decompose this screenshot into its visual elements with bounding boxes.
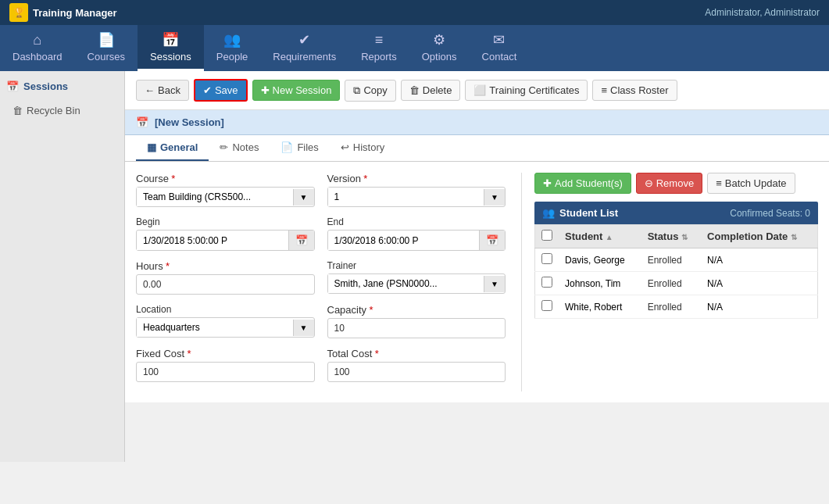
location-input[interactable] bbox=[137, 318, 293, 337]
version-group: Version * ▼ bbox=[327, 173, 506, 207]
new-plus-icon: ✚ bbox=[261, 84, 270, 96]
end-date[interactable]: 📅 bbox=[327, 230, 506, 251]
nav-contact[interactable]: ✉ Contact bbox=[470, 25, 530, 71]
total-cost-input[interactable] bbox=[327, 362, 506, 382]
nav-dashboard[interactable]: ⌂ Dashboard bbox=[0, 25, 75, 71]
course-group: Course * ▼ bbox=[136, 173, 315, 207]
table-row[interactable]: Johnson, Tim Enrolled N/A bbox=[535, 272, 818, 295]
table-row[interactable]: Davis, George Enrolled N/A bbox=[535, 248, 818, 272]
trainer-input[interactable] bbox=[328, 274, 484, 293]
back-arrow-icon: ← bbox=[145, 84, 155, 96]
add-student-icon: ✚ bbox=[543, 177, 552, 189]
nav-options-label: Options bbox=[422, 51, 457, 63]
status-cell: Enrolled bbox=[641, 295, 701, 319]
nav-contact-label: Contact bbox=[482, 51, 517, 63]
course-select[interactable]: ▼ bbox=[136, 187, 315, 207]
trainer-select[interactable]: ▼ bbox=[327, 273, 506, 294]
course-version-row: Course * ▼ Version * ▼ bbox=[136, 173, 506, 207]
nav-dashboard-label: Dashboard bbox=[13, 51, 63, 63]
student-table: Student ▲ Status ⇅ Completion Date ⇅ bbox=[534, 224, 818, 319]
tab-notes[interactable]: ✏ Notes bbox=[209, 135, 270, 161]
main-panel: ← Back ✔ Save ✚ New Session ⧉ Copy 🗑 Del… bbox=[125, 71, 829, 462]
version-input[interactable] bbox=[328, 188, 484, 206]
section-title: [New Session] bbox=[155, 116, 224, 128]
row-checkbox-2[interactable] bbox=[541, 300, 552, 311]
nav-sessions[interactable]: 📅 Sessions bbox=[138, 25, 204, 71]
begin-input[interactable] bbox=[137, 231, 288, 250]
user-info: Administrator, Administrator bbox=[705, 7, 820, 18]
table-row[interactable]: White, Robert Enrolled N/A bbox=[535, 295, 818, 319]
sessions-icon: 📅 bbox=[162, 31, 179, 48]
begin-date[interactable]: 📅 bbox=[136, 230, 315, 251]
tab-general[interactable]: ▦ General bbox=[136, 135, 209, 161]
app-title: Training Manager bbox=[33, 7, 117, 19]
nav-reports[interactable]: ≡ Reports bbox=[348, 25, 409, 71]
save-button[interactable]: ✔ Save bbox=[194, 79, 248, 102]
nav-people[interactable]: 👥 People bbox=[204, 25, 260, 71]
courses-icon: 📄 bbox=[98, 31, 115, 48]
row-checkbox-cell bbox=[535, 295, 559, 319]
nav-options[interactable]: ⚙ Options bbox=[409, 25, 470, 71]
add-student-button[interactable]: ✚ Add Student(s) bbox=[534, 173, 631, 194]
top-bar: 🏆 Training Manager Administrator, Admini… bbox=[0, 0, 829, 25]
status-col-header[interactable]: Status ⇅ bbox=[641, 225, 701, 248]
remove-button[interactable]: ⊖ Remove bbox=[636, 173, 702, 194]
copy-button[interactable]: ⧉ Copy bbox=[345, 80, 395, 102]
nav-reports-label: Reports bbox=[361, 51, 397, 63]
tab-history[interactable]: ↩ History bbox=[330, 135, 395, 161]
remove-icon: ⊖ bbox=[645, 177, 653, 189]
requirements-icon: ✔ bbox=[298, 31, 310, 48]
nav-requirements[interactable]: ✔ Requirements bbox=[260, 25, 348, 71]
select-all-checkbox[interactable] bbox=[541, 230, 552, 241]
total-cost-group: Total Cost * bbox=[327, 348, 506, 382]
end-input[interactable] bbox=[328, 231, 480, 250]
student-sort-icon: ▲ bbox=[606, 233, 613, 241]
trainer-dropdown-arrow[interactable]: ▼ bbox=[484, 276, 505, 292]
end-label: End bbox=[327, 216, 506, 227]
delete-button[interactable]: 🗑 Delete bbox=[401, 80, 461, 101]
training-certs-button[interactable]: ⬜ Training Certificates bbox=[465, 80, 588, 101]
cert-icon: ⬜ bbox=[473, 84, 486, 96]
version-dropdown-arrow[interactable]: ▼ bbox=[484, 189, 505, 206]
batch-update-button[interactable]: ≡ Batch Update bbox=[707, 173, 795, 194]
location-group: Location ▼ bbox=[136, 304, 315, 338]
back-button[interactable]: ← Back bbox=[136, 80, 189, 101]
student-actions: ✚ Add Student(s) ⊖ Remove ≡ Batch Update bbox=[534, 173, 818, 194]
history-tab-icon: ↩ bbox=[341, 141, 349, 153]
toolbar: ← Back ✔ Save ✚ New Session ⧉ Copy 🗑 Del… bbox=[125, 71, 829, 110]
course-dropdown-arrow[interactable]: ▼ bbox=[293, 189, 314, 206]
row-checkbox-cell bbox=[535, 248, 559, 272]
hours-input[interactable] bbox=[136, 274, 315, 295]
new-session-button[interactable]: ✚ New Session bbox=[252, 80, 341, 101]
roster-icon: ≡ bbox=[601, 84, 607, 96]
form-area: Course * ▼ Version * ▼ bbox=[125, 162, 829, 402]
sidebar-item-recycle-bin[interactable]: 🗑 Recycle Bin bbox=[6, 102, 118, 120]
version-label: Version * bbox=[327, 173, 506, 184]
class-roster-button[interactable]: ≡ Class Roster bbox=[592, 80, 677, 101]
location-select[interactable]: ▼ bbox=[136, 317, 315, 338]
nav-courses[interactable]: 📄 Courses bbox=[75, 25, 138, 71]
tab-files[interactable]: 📄 Files bbox=[270, 135, 329, 161]
student-col-header[interactable]: Student ▲ bbox=[559, 225, 641, 248]
options-icon: ⚙ bbox=[433, 31, 445, 48]
people-icon: 👥 bbox=[223, 31, 241, 48]
sidebar: 📅 Sessions 🗑 Recycle Bin bbox=[0, 71, 125, 462]
files-tab-icon: 📄 bbox=[281, 141, 293, 153]
delete-icon: 🗑 bbox=[409, 84, 420, 96]
fixed-cost-input[interactable] bbox=[136, 362, 315, 382]
completion-col-header[interactable]: Completion Date ⇅ bbox=[701, 225, 817, 248]
student-name-cell: Davis, George bbox=[559, 248, 641, 272]
completion-cell: N/A bbox=[701, 272, 817, 295]
begin-calendar-icon[interactable]: 📅 bbox=[288, 231, 314, 250]
copy-icon: ⧉ bbox=[353, 84, 360, 97]
student-list-title: 👥 Student List bbox=[542, 207, 618, 219]
student-list-header: 👥 Student List Confirmed Seats: 0 bbox=[534, 202, 818, 224]
row-checkbox-0[interactable] bbox=[541, 253, 552, 264]
location-dropdown-arrow[interactable]: ▼ bbox=[293, 320, 314, 336]
end-calendar-icon[interactable]: 📅 bbox=[479, 231, 505, 250]
capacity-label: Capacity * bbox=[327, 304, 506, 316]
version-select[interactable]: ▼ bbox=[327, 187, 506, 207]
course-input[interactable] bbox=[137, 188, 293, 206]
row-checkbox-1[interactable] bbox=[541, 277, 552, 288]
capacity-input[interactable] bbox=[327, 318, 506, 338]
